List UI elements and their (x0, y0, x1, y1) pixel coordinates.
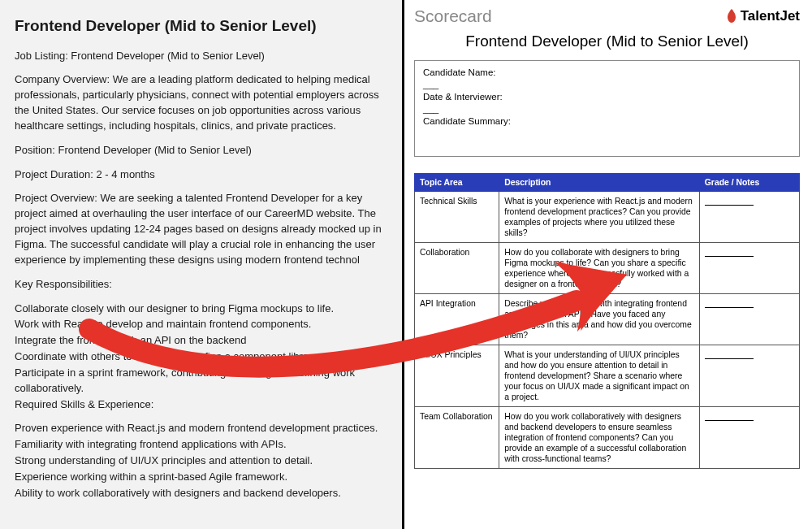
flame-icon (726, 9, 737, 24)
topic-cell: Collaboration (415, 243, 499, 294)
grade-blank-line (705, 197, 754, 206)
table-row: UI/UX Principles What is your understand… (415, 345, 800, 407)
grade-blank-line (705, 351, 754, 359)
topic-cell: Technical Skills (415, 192, 499, 243)
kr-item: Integrate the frontend with an API on th… (15, 333, 386, 349)
desc-cell: Describe your familiarity with integrati… (499, 294, 699, 345)
desc-cell: How do you collaborate with designers to… (499, 243, 699, 294)
scorecard-label: Scorecard (414, 7, 492, 26)
candidate-summary-blank (423, 128, 791, 150)
table-row: Technical Skills What is your experience… (415, 192, 800, 243)
topic-cell: API Integration (415, 294, 499, 345)
desc-cell: How do you work collaboratively with des… (499, 407, 699, 469)
kr-item: Coordinate with others to develop and re… (15, 349, 386, 365)
job-listing-panel: Frontend Developer (Mid to Senior Level)… (0, 0, 404, 529)
grade-blank-line (705, 300, 754, 308)
kr-item: Participate in a sprint framework, contr… (15, 366, 386, 397)
listing-line: Job Listing: Frontend Developer (Mid to … (15, 49, 386, 64)
topic-cell: Team Collaboration (415, 407, 499, 469)
desc-cell: What is your understanding of UI/UX prin… (499, 345, 699, 407)
table-row: Team Collaboration How do you work colla… (415, 407, 800, 469)
table-header-row: Topic Area Description Grade / Notes (415, 174, 800, 192)
scorecard-panel: Scorecard TalentJet Frontend Developer (… (404, 0, 810, 529)
candidate-info-box: Candidate Name: ___ Date & Interviewer: … (414, 60, 800, 157)
date-interviewer-label: Date & Interviewer: (423, 92, 791, 102)
scorecard-title: Frontend Developer (Mid to Senior Level) (414, 33, 800, 50)
key-responsibilities-heading: Key Responsibilities: (15, 277, 386, 293)
table-row: Collaboration How do you collaborate wit… (415, 243, 800, 294)
job-title-heading: Frontend Developer (Mid to Senior Level) (15, 15, 386, 37)
kr-item: Work with React to develop and maintain … (15, 317, 386, 332)
date-interviewer-blank: ___ (423, 104, 791, 114)
grade-blank-line (705, 413, 754, 421)
candidate-summary-label: Candidate Summary: (423, 116, 791, 126)
grade-cell (699, 294, 799, 345)
grade-cell (699, 407, 799, 469)
req-item: Familiarity with integrating frontend ap… (15, 437, 386, 453)
req-item: Ability to work collaboratively with des… (15, 486, 386, 501)
candidate-name-blank: ___ (423, 80, 791, 89)
col-topic-header: Topic Area (415, 174, 499, 192)
req-item: Strong understanding of UI/UX principles… (15, 453, 386, 469)
grade-cell (699, 345, 799, 407)
scorecard-table: Topic Area Description Grade / Notes Tec… (414, 173, 800, 469)
position-line: Position: Frontend Developer (Mid to Sen… (15, 143, 386, 158)
scorecard-header: Scorecard TalentJet (414, 7, 800, 26)
col-desc-header: Description (499, 174, 699, 192)
project-overview: Project Overview: We are seeking a talen… (15, 191, 386, 267)
req-item: Proven experience with React.js and mode… (15, 421, 386, 436)
grade-blank-line (705, 249, 754, 257)
brand-name: TalentJet (741, 8, 800, 24)
table-row: API Integration Describe your familiarit… (415, 294, 800, 345)
brand-logo: TalentJet (726, 8, 800, 24)
duration-line: Project Duration: 2 - 4 months (15, 167, 386, 183)
required-skills-heading: Required Skills & Experience: (15, 397, 386, 413)
company-overview: Company Overview: We are a leading platf… (15, 72, 386, 133)
topic-cell: UI/UX Principles (415, 345, 499, 407)
grade-cell (699, 243, 799, 294)
col-grade-header: Grade / Notes (699, 174, 799, 192)
req-item: Experience working within a sprint-based… (15, 470, 386, 485)
kr-item: Collaborate closely with our designer to… (15, 301, 386, 317)
desc-cell: What is your experience with React.js an… (499, 192, 699, 243)
grade-cell (699, 192, 799, 243)
candidate-name-label: Candidate Name: (423, 67, 791, 77)
